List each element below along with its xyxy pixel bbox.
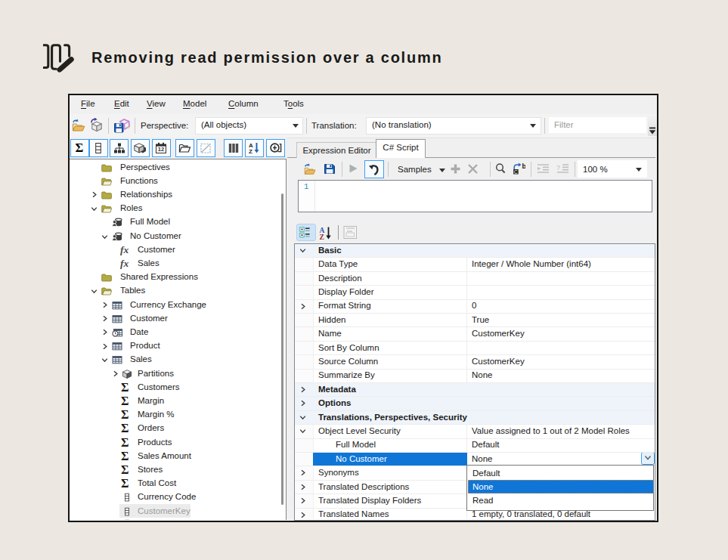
svg-text:A: A <box>320 227 325 234</box>
svg-text:Z: Z <box>320 234 324 240</box>
svg-text:Z: Z <box>249 148 252 154</box>
svg-text:12: 12 <box>158 146 164 153</box>
svg-text:b: b <box>522 162 526 170</box>
svg-text:C: C <box>514 169 518 175</box>
svg-text:?: ? <box>556 164 560 172</box>
